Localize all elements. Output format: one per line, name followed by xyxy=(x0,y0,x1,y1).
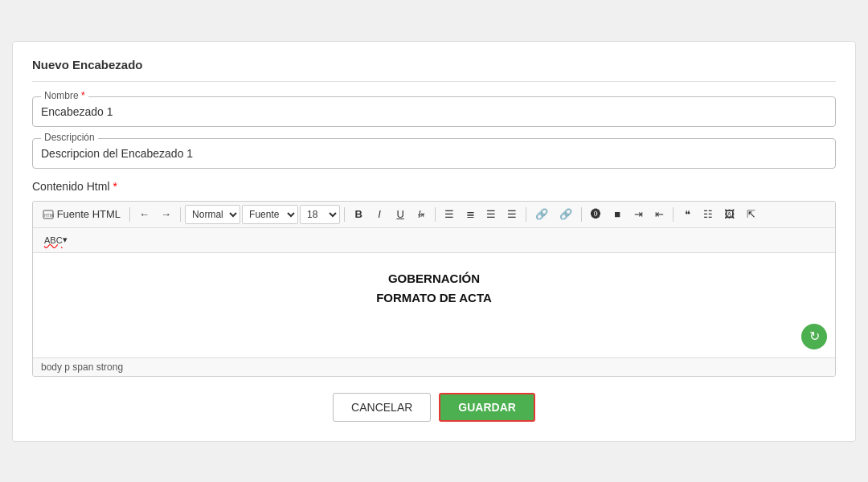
divider-1 xyxy=(129,207,130,222)
modal-title: Nuevo Encabezado xyxy=(32,58,836,82)
unlink-btn[interactable]: 🔗 xyxy=(555,205,577,224)
descripcion-label: Descripción xyxy=(41,132,98,143)
style-select[interactable]: Normal xyxy=(185,205,240,224)
cancel-button[interactable]: CANCELAR xyxy=(333,393,431,422)
redo-btn[interactable]: → xyxy=(156,205,176,224)
nombre-field-group: Nombre * xyxy=(32,96,836,127)
divider-5 xyxy=(526,207,526,222)
descripcion-input[interactable] xyxy=(41,145,827,161)
refresh-btn[interactable]: ↻ xyxy=(801,324,827,349)
save-button[interactable]: GUARDAR xyxy=(439,393,535,422)
table-btn[interactable]: ☷ xyxy=(698,205,718,224)
status-bar: body p span strong xyxy=(33,357,835,376)
image-btn[interactable]: 🖼 xyxy=(719,205,739,224)
html-source-btn[interactable]: HTML Fuente HTML xyxy=(38,205,125,224)
italic-btn[interactable]: I xyxy=(370,205,389,224)
editor-container: HTML Fuente HTML ← → Normal Fuente 18 xyxy=(32,201,836,377)
nombre-label: Nombre * xyxy=(41,90,88,101)
nombre-input[interactable] xyxy=(41,104,827,120)
editor-line1: GOBERNACIÓN xyxy=(49,269,819,288)
align-center-btn[interactable]: ≣ xyxy=(461,205,480,224)
contenido-label: Contenido Html * xyxy=(32,180,836,193)
editor-line2: FORMATO DE ACTA xyxy=(49,288,819,308)
divider-4 xyxy=(435,207,436,222)
underline-btn[interactable]: U xyxy=(391,205,410,224)
editor-content: GOBERNACIÓN FORMATO DE ACTA xyxy=(49,269,819,308)
divider-2 xyxy=(180,207,181,222)
strikethrough-btn[interactable]: Ix xyxy=(411,205,431,224)
divider-3 xyxy=(344,207,345,222)
undo-btn[interactable]: ← xyxy=(134,205,154,224)
bold-btn[interactable]: B xyxy=(349,205,368,224)
link-btn[interactable]: 🔗 xyxy=(530,205,553,224)
align-justify-btn[interactable]: ☰ xyxy=(502,205,522,224)
outdent-btn[interactable]: ⇤ xyxy=(649,205,669,224)
divider-7 xyxy=(673,207,674,222)
size-select[interactable]: 18 xyxy=(300,205,340,224)
unordered-list-btn[interactable]: ■ xyxy=(608,205,627,224)
fullscreen-btn[interactable]: ⇱ xyxy=(741,205,760,224)
modal-container: Nuevo Encabezado Nombre * Descripción Co… xyxy=(12,41,856,442)
ordered-list-btn[interactable]: ⓿ xyxy=(586,205,606,224)
toolbar-row2: ABC▾ xyxy=(33,228,835,253)
descripcion-field-group: Descripción xyxy=(32,138,836,169)
indent-btn[interactable]: ⇥ xyxy=(628,205,648,224)
spellcheck-btn[interactable]: ABC▾ xyxy=(39,231,72,250)
editor-toolbar: HTML Fuente HTML ← → Normal Fuente 18 xyxy=(33,202,835,228)
font-select[interactable]: Fuente xyxy=(242,205,298,224)
editor-body[interactable]: GOBERNACIÓN FORMATO DE ACTA ↻ xyxy=(33,253,835,357)
align-left-btn[interactable]: ☰ xyxy=(440,205,459,224)
svg-text:HTML: HTML xyxy=(44,213,54,218)
divider-6 xyxy=(581,207,582,222)
align-right-btn[interactable]: ☰ xyxy=(481,205,501,224)
actions-bar: CANCELAR GUARDAR xyxy=(32,393,836,422)
html-icon: HTML xyxy=(43,209,54,220)
blockquote-btn[interactable]: ❝ xyxy=(678,205,697,224)
